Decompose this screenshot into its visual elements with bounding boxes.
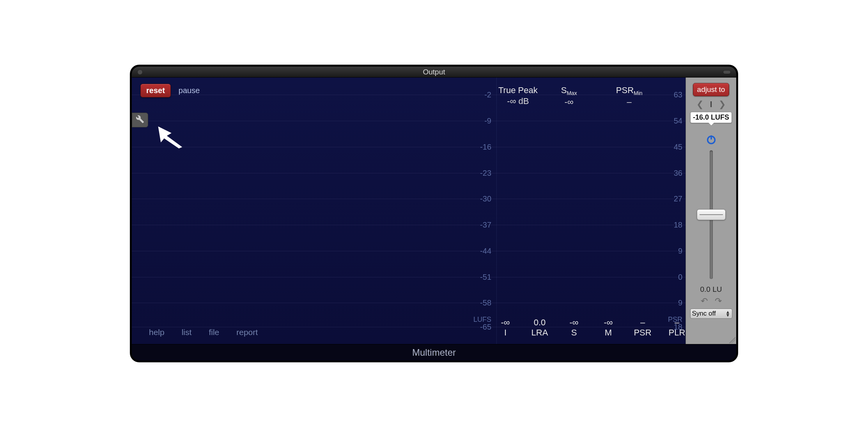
grid bbox=[132, 78, 686, 344]
lufs-scale: LUFS -2-9-16-23-30-37-44-51-58-65 bbox=[468, 78, 491, 344]
psr-tick: 9 bbox=[664, 298, 682, 307]
readout-label: S bbox=[563, 328, 585, 338]
lufs-tick: -58 bbox=[468, 298, 491, 307]
psr-tick: 45 bbox=[664, 142, 682, 151]
true-peak-readout: True Peak -∞ dB bbox=[498, 85, 538, 107]
grid-line bbox=[132, 147, 686, 147]
redo-button[interactable]: ↷ bbox=[715, 296, 722, 306]
readout-label: LRA bbox=[529, 328, 551, 338]
readout-value: 0.0 bbox=[529, 318, 551, 328]
plugin-name: Multimeter bbox=[412, 347, 456, 358]
footer-links: help list file report bbox=[149, 328, 258, 337]
lufs-tick: -65 bbox=[468, 322, 491, 331]
readout-value: – bbox=[666, 318, 688, 328]
gain-readout: 0.0 LU bbox=[700, 285, 722, 294]
resize-grip[interactable] bbox=[729, 337, 735, 343]
help-button[interactable]: help bbox=[149, 328, 165, 337]
gain-slider-thumb[interactable] bbox=[697, 209, 726, 220]
psr-tick: 63 bbox=[664, 90, 682, 99]
next-mode-button[interactable]: ❯ bbox=[719, 99, 726, 109]
psr-min-readout: PSRMin – bbox=[616, 85, 643, 107]
psr-scale: PSR 63544536271890918 bbox=[664, 78, 682, 344]
readout-label: M bbox=[597, 328, 619, 338]
lufs-tick: -9 bbox=[468, 116, 491, 125]
readout-label: PLR bbox=[666, 328, 688, 338]
grid-line bbox=[132, 173, 686, 173]
psr-min-value: – bbox=[616, 97, 643, 107]
psr-tick: 27 bbox=[664, 194, 682, 203]
list-button[interactable]: list bbox=[182, 328, 192, 337]
window-title: Output bbox=[132, 68, 736, 76]
lufs-tick: -16 bbox=[468, 142, 491, 151]
lufs-tick: -2 bbox=[468, 90, 491, 99]
readout-m: -∞M bbox=[597, 318, 619, 338]
top-readouts: True Peak -∞ dB SMax -∞ PSRMin – bbox=[498, 85, 658, 107]
readout-lra: 0.0LRA bbox=[529, 318, 551, 338]
bottom-readouts: -∞I0.0LRA-∞S-∞M–PSR–PLR bbox=[494, 318, 658, 338]
lufs-tick: -44 bbox=[468, 246, 491, 255]
psr-tick: 54 bbox=[664, 116, 682, 125]
title-bar: Output bbox=[132, 67, 736, 78]
reset-button[interactable]: reset bbox=[140, 84, 171, 97]
bypass-button[interactable] bbox=[706, 134, 717, 145]
sync-select-label: Sync off bbox=[692, 310, 716, 318]
gain-slider[interactable] bbox=[710, 150, 713, 279]
prev-mode-button[interactable]: ❮ bbox=[696, 99, 703, 109]
psr-min-label: PSRMin bbox=[616, 85, 643, 96]
grid-line bbox=[132, 251, 686, 251]
wrench-icon bbox=[136, 115, 144, 125]
readout-plr: –PLR bbox=[666, 318, 688, 338]
grid-line bbox=[132, 199, 686, 199]
readout-psr: –PSR bbox=[632, 318, 654, 338]
s-max-label: SMax bbox=[561, 85, 577, 96]
lufs-tick: -51 bbox=[468, 272, 491, 281]
mode-label: I bbox=[710, 99, 712, 109]
adjust-to-button[interactable]: adjust to bbox=[693, 83, 730, 96]
readout-value: -∞ bbox=[597, 318, 619, 328]
window-close-dot[interactable] bbox=[137, 69, 143, 75]
target-lufs-field[interactable]: -16.0 LUFS bbox=[690, 112, 732, 123]
plugin-window: Output LUFS -2-9-16-23-30-37-44-51-58-65… bbox=[131, 65, 737, 362]
chevron-updown-icon: ▲▼ bbox=[726, 311, 730, 317]
s-max-readout: SMax -∞ bbox=[561, 85, 577, 107]
readout-label: I bbox=[494, 328, 516, 338]
lufs-tick: -30 bbox=[468, 194, 491, 203]
gain-panel: adjust to ❮ I ❯ -16.0 LUFS 0.0 LU ↶ ↷ bbox=[686, 78, 736, 344]
psr-tick: 0 bbox=[664, 272, 682, 281]
readout-value: -∞ bbox=[563, 318, 585, 328]
lufs-tick: -37 bbox=[468, 221, 491, 229]
meter-panel: LUFS -2-9-16-23-30-37-44-51-58-65 PSR 63… bbox=[132, 78, 686, 344]
mode-stepper: ❮ I ❯ bbox=[696, 99, 725, 109]
psr-tick: 36 bbox=[664, 168, 682, 177]
power-icon bbox=[706, 139, 717, 146]
settings-button[interactable] bbox=[132, 113, 148, 127]
sync-select[interactable]: Sync off ▲▼ bbox=[690, 309, 732, 319]
content-area: LUFS -2-9-16-23-30-37-44-51-58-65 PSR 63… bbox=[132, 78, 736, 344]
readout-value: – bbox=[632, 318, 654, 328]
pause-button[interactable]: pause bbox=[179, 86, 200, 95]
psr-tick: 9 bbox=[664, 246, 682, 255]
undo-button[interactable]: ↶ bbox=[701, 296, 708, 306]
grid-line bbox=[132, 225, 686, 225]
grid-line bbox=[132, 277, 686, 277]
undo-redo-row: ↶ ↷ bbox=[701, 296, 722, 306]
lufs-tick: -23 bbox=[468, 168, 491, 177]
psr-tick: 18 bbox=[664, 221, 682, 229]
s-max-value: -∞ bbox=[561, 97, 577, 107]
grid-line bbox=[132, 303, 686, 303]
report-button[interactable]: report bbox=[236, 328, 258, 337]
grid-line bbox=[132, 121, 686, 121]
true-peak-value: -∞ dB bbox=[498, 96, 538, 106]
readout-i: -∞I bbox=[494, 318, 516, 338]
readout-label: PSR bbox=[632, 328, 654, 338]
toolbar: reset pause bbox=[140, 84, 200, 97]
plugin-name-bar: Multimeter bbox=[132, 344, 736, 360]
readout-value: -∞ bbox=[494, 318, 516, 328]
true-peak-label: True Peak bbox=[498, 85, 538, 95]
meter-divider bbox=[496, 78, 497, 344]
window-pill[interactable] bbox=[723, 70, 731, 74]
readout-s: -∞S bbox=[563, 318, 585, 338]
file-button[interactable]: file bbox=[209, 328, 219, 337]
